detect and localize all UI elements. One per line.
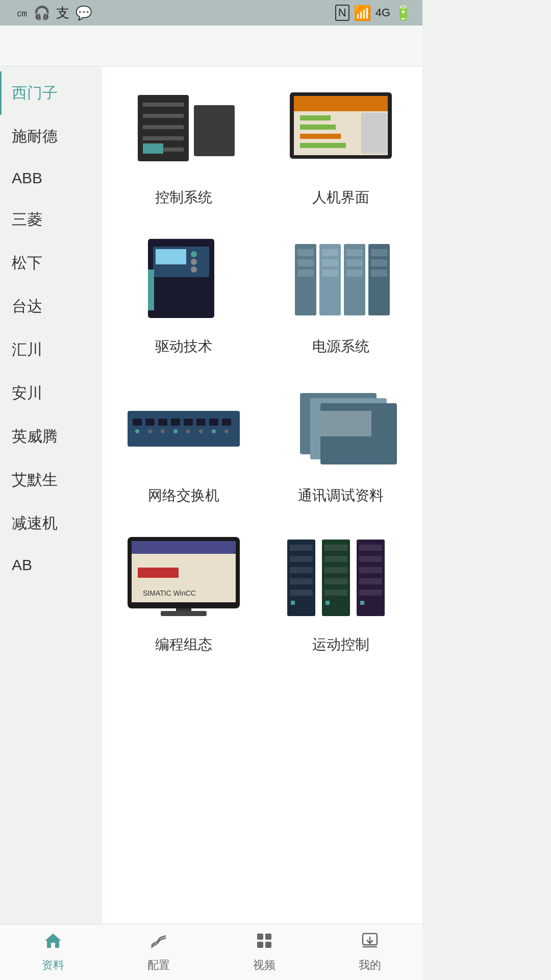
product-card-drive[interactable]: 驱动技术 [110, 226, 257, 364]
svg-rect-1 [194, 105, 235, 156]
svg-rect-87 [360, 601, 364, 605]
product-image-control-system [122, 85, 245, 177]
svg-rect-40 [133, 419, 142, 426]
svg-point-41 [135, 429, 139, 433]
svg-text:SIMATIC WinCC: SIMATIC WinCC [143, 589, 196, 597]
product-label-hmi: 人机界面 [312, 188, 369, 207]
svg-rect-85 [359, 578, 382, 584]
product-card-comm-debug[interactable]: 通讯调试资料 [267, 375, 414, 513]
svg-rect-28 [322, 249, 338, 256]
svg-rect-89 [257, 934, 263, 940]
sidebar-item-emerson[interactable]: 艾默生 [0, 458, 102, 502]
product-image-comm-debug [280, 383, 402, 475]
svg-rect-91 [257, 942, 263, 948]
product-grid: 控制系统人机界面驱动技术电源系统网络交换机通讯调试资料SIMATIC WinCC… [102, 66, 422, 924]
sidebar-item-invt[interactable]: 英威腾 [0, 415, 102, 458]
svg-rect-77 [324, 567, 347, 573]
svg-rect-84 [359, 567, 382, 573]
product-label-network-switch: 网络交换机 [148, 486, 219, 505]
svg-rect-5 [143, 136, 184, 140]
grid-icon [255, 932, 273, 954]
sidebar-item-panasonic[interactable]: 松下 [0, 241, 102, 285]
svg-rect-25 [297, 259, 314, 266]
product-card-hmi[interactable]: 人机界面 [267, 77, 414, 215]
sidebar-item-siemens[interactable]: 西门子 [0, 71, 102, 115]
svg-rect-92 [265, 942, 271, 948]
status-time: ㎝ 🎧 支 💬 [10, 4, 92, 22]
bottom-nav-label-config: 配置 [147, 958, 170, 973]
sidebar-item-yaskawa[interactable]: 安川 [0, 372, 102, 415]
svg-rect-24 [297, 249, 314, 256]
svg-rect-61 [161, 611, 207, 616]
bottom-nav-item-home[interactable]: 资料 [0, 932, 106, 973]
svg-rect-30 [322, 270, 338, 277]
svg-rect-38 [371, 270, 387, 277]
product-card-motion[interactable]: 运动控制 [267, 524, 414, 663]
svg-point-51 [199, 429, 203, 433]
svg-rect-86 [359, 590, 382, 596]
svg-point-43 [148, 429, 152, 433]
svg-rect-29 [322, 259, 338, 266]
bottom-nav-item-config[interactable]: 配置 [106, 932, 211, 973]
bottom-nav: 资料配置视频我的 [0, 924, 422, 980]
sidebar-item-schneider[interactable]: 施耐德 [0, 115, 102, 158]
top-nav [0, 26, 422, 66]
bottom-nav-item-video[interactable]: 视频 [211, 932, 317, 973]
chart-icon [149, 932, 168, 954]
svg-point-55 [224, 429, 229, 433]
svg-rect-2 [143, 103, 184, 107]
svg-rect-11 [300, 115, 331, 120]
svg-rect-68 [290, 545, 313, 551]
svg-rect-15 [361, 113, 387, 154]
svg-point-47 [173, 429, 178, 433]
svg-rect-4 [143, 125, 184, 129]
product-image-drive [122, 234, 245, 326]
svg-rect-90 [265, 934, 271, 940]
svg-rect-22 [148, 270, 154, 310]
svg-rect-65 [138, 568, 179, 578]
svg-rect-76 [324, 556, 347, 562]
sidebar-item-reducer[interactable]: 减速机 [0, 502, 102, 545]
svg-point-45 [161, 429, 165, 433]
svg-rect-82 [359, 545, 382, 551]
product-card-network-switch[interactable]: 网络交换机 [110, 375, 257, 513]
svg-rect-52 [209, 419, 218, 426]
sidebar-item-delta[interactable]: 台达 [0, 285, 102, 328]
product-card-control-system[interactable]: 控制系统 [110, 77, 257, 215]
bottom-nav-label-video: 视频 [253, 958, 276, 973]
product-card-power[interactable]: 电源系统 [267, 226, 414, 364]
download-icon [361, 932, 379, 954]
svg-rect-36 [371, 249, 387, 256]
product-label-control-system: 控制系统 [155, 188, 212, 207]
svg-rect-7 [143, 143, 163, 154]
svg-rect-44 [158, 419, 167, 426]
svg-rect-39 [128, 411, 240, 447]
product-card-programming[interactable]: SIMATIC WinCC编程组态 [110, 524, 257, 663]
bottom-nav-label-mine: 我的 [359, 958, 381, 973]
sidebar-item-ab[interactable]: AB [0, 545, 102, 585]
product-label-programming: 编程组态 [155, 635, 212, 654]
product-image-programming: SIMATIC WinCC [122, 532, 245, 624]
sidebar-item-mitsubishi[interactable]: 三菱 [0, 198, 102, 241]
bottom-nav-item-mine[interactable]: 我的 [317, 932, 422, 973]
main-layout: 西门子施耐德ABB三菱松下台达汇川安川英威腾艾默生减速机AB 控制系统人机界面驱… [0, 66, 422, 924]
svg-rect-71 [290, 578, 313, 584]
svg-rect-80 [325, 601, 330, 605]
svg-rect-46 [171, 419, 180, 426]
svg-rect-42 [145, 419, 155, 426]
svg-rect-69 [290, 556, 313, 562]
svg-rect-12 [300, 125, 336, 130]
bottom-nav-label-home: 资料 [42, 958, 64, 973]
product-label-power: 电源系统 [312, 337, 369, 356]
status-bar: ㎝ 🎧 支 💬 N 📶 4G 🔋 [0, 0, 422, 26]
sidebar-item-inovance[interactable]: 汇川 [0, 328, 102, 372]
svg-rect-50 [196, 419, 206, 426]
product-image-motion [280, 532, 402, 624]
svg-rect-3 [143, 114, 184, 118]
svg-marker-88 [45, 934, 61, 948]
svg-rect-64 [132, 541, 236, 554]
svg-rect-83 [359, 556, 382, 562]
sidebar-item-abb[interactable]: ABB [0, 158, 102, 198]
svg-rect-79 [324, 590, 347, 596]
svg-point-53 [212, 429, 216, 433]
